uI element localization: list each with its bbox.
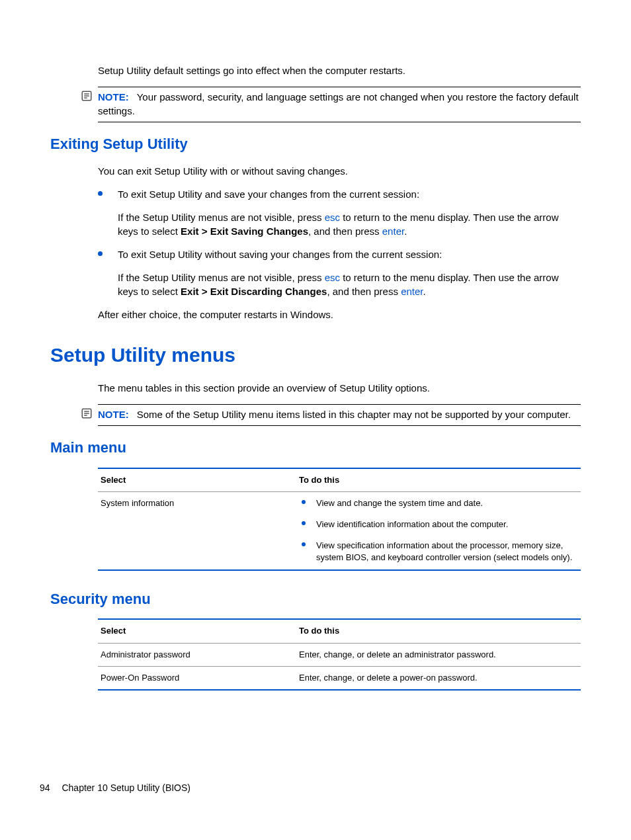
menu-path: Exit > Exit Discarding Changes <box>181 286 327 297</box>
col-select: Select <box>101 625 299 637</box>
cell-select: Power-On Password <box>101 672 299 684</box>
exit-outro: After either choice, the computer restar… <box>98 308 581 321</box>
note-box-2: NOTE:Some of the Setup Utility menu item… <box>98 404 581 426</box>
key-esc: esc <box>325 272 340 283</box>
heading-main-menu: Main menu <box>50 438 581 458</box>
note-text: Some of the Setup Utility menu items lis… <box>137 409 571 420</box>
page-footer: 94 Chapter 10 Setup Utility (BIOS) <box>40 782 190 795</box>
note-box-1: NOTE:Your password, security, and langua… <box>98 87 581 122</box>
exit-step-save: To exit Setup Utility and save your chan… <box>98 187 581 238</box>
step-lead: To exit Setup Utility without saving you… <box>118 249 442 260</box>
list-item: View specification information about the… <box>299 540 578 564</box>
list-item: View and change the system time and date… <box>299 497 578 509</box>
note-text: Your password, security, and language se… <box>98 91 579 116</box>
heading-security-menu: Security menu <box>50 589 581 610</box>
heading-exiting: Exiting Setup Utility <box>50 134 581 155</box>
cell-todo: View and change the system time and date… <box>299 497 578 564</box>
security-menu-table: Select To do this Administrator password… <box>98 618 581 691</box>
col-todo: To do this <box>299 474 578 486</box>
exit-steps-list: To exit Setup Utility and save your chan… <box>98 187 581 298</box>
step-detail: If the Setup Utility menus are not visib… <box>118 210 581 238</box>
page-number: 94 <box>40 782 50 793</box>
menus-intro: The menu tables in this section provide … <box>98 381 581 395</box>
cell-todo: Enter, change, or delete an administrato… <box>299 649 578 661</box>
main-menu-table: Select To do this System information Vie… <box>98 468 581 571</box>
key-esc: esc <box>325 212 340 223</box>
cell-todo: Enter, change, or delete a power-on pass… <box>299 672 578 684</box>
table-row: Administrator password Enter, change, or… <box>98 644 581 667</box>
exit-intro: You can exit Setup Utility with or witho… <box>98 164 581 178</box>
key-enter: enter <box>401 286 423 297</box>
menu-path: Exit > Exit Saving Changes <box>181 226 308 237</box>
intro-paragraph: Setup Utility default settings go into e… <box>98 63 581 77</box>
key-enter: enter <box>382 226 404 237</box>
step-lead: To exit Setup Utility and save your chan… <box>118 189 419 200</box>
step-detail: If the Setup Utility menus are not visib… <box>118 271 581 298</box>
exit-step-discard: To exit Setup Utility without saving you… <box>98 247 581 298</box>
note-label: NOTE: <box>98 91 129 103</box>
table-header-row: Select To do this <box>98 469 581 492</box>
table-header-row: Select To do this <box>98 620 581 643</box>
chapter-label: Chapter 10 Setup Utility (BIOS) <box>62 782 190 793</box>
heading-setup-menus: Setup Utility menus <box>50 341 581 369</box>
cell-select: System information <box>101 497 299 564</box>
col-todo: To do this <box>299 625 578 637</box>
list-item: View identification information about th… <box>299 519 578 530</box>
cell-select: Administrator password <box>101 649 299 661</box>
table-row: System information View and change the s… <box>98 492 581 569</box>
note-icon <box>81 407 93 419</box>
note-label: NOTE: <box>98 409 129 420</box>
col-select: Select <box>101 474 299 486</box>
table-row: Power-On Password Enter, change, or dele… <box>98 667 581 689</box>
note-icon <box>81 90 93 102</box>
cell-list: View and change the system time and date… <box>299 497 578 564</box>
